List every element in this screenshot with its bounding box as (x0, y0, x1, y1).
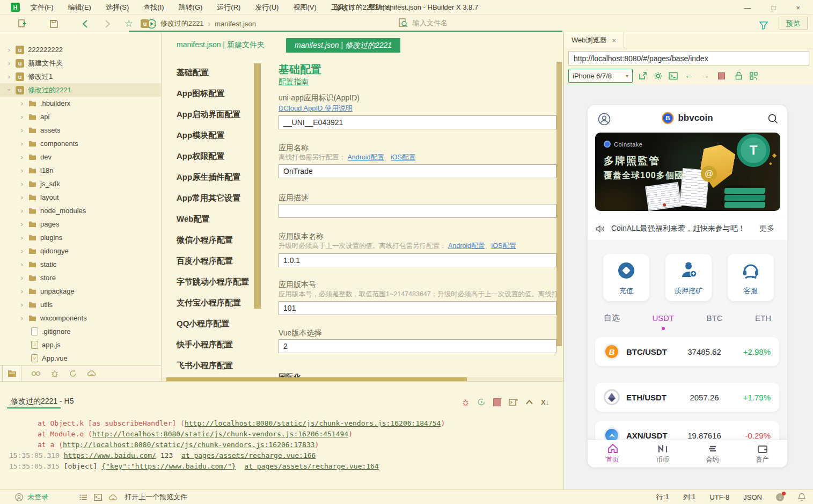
chevron-right-icon[interactable]: › (19, 180, 25, 188)
section-nav-modules[interactable]: App模块配置 (162, 125, 254, 145)
menu-support[interactable]: 客服 (728, 254, 774, 301)
new-file-button[interactable] (16, 17, 29, 30)
cursor-col[interactable]: 列:1 (683, 492, 696, 502)
browser-back-icon[interactable]: ← (683, 70, 695, 82)
tab-usdt[interactable]: USDT (652, 313, 674, 323)
section-nav-base[interactable]: 基础配置 (162, 62, 254, 83)
chevron-right-icon[interactable]: › (19, 207, 25, 215)
tab-eth[interactable]: ETH (755, 313, 771, 323)
chevron-right-icon[interactable]: › (19, 140, 25, 148)
chevron-right-icon[interactable]: › (19, 153, 25, 161)
menu-recharge[interactable]: 充值 (603, 254, 649, 301)
encoding[interactable]: UTF-8 (709, 493, 729, 501)
browser-stop-icon[interactable] (715, 70, 727, 82)
appid-input[interactable] (279, 115, 556, 129)
chevron-right-icon[interactable]: › (6, 72, 12, 81)
config-guide-link[interactable]: 配置指南 (279, 77, 309, 87)
section-nav-splash[interactable]: App启动界面配置 (162, 104, 254, 125)
section-nav-baidu[interactable]: 百度小程序配置 (162, 250, 254, 271)
section-nav-alipay[interactable]: 支付宝小程序配置 (162, 292, 254, 313)
tree-folder[interactable]: ›static (0, 258, 161, 271)
vertical-scrollbar[interactable] (556, 62, 562, 377)
tree-folder[interactable]: ›utils (0, 298, 161, 311)
close-icon[interactable]: × (612, 36, 616, 45)
save-button[interactable] (47, 17, 60, 30)
chevron-right-icon[interactable]: › (19, 274, 25, 282)
tree-project-selected[interactable]: › u 修改过的2221 (0, 83, 161, 97)
tree-project[interactable]: › u 新建文件夹 (0, 56, 161, 70)
tree-folder[interactable]: ›dev (0, 150, 161, 164)
files-tab[interactable] (2, 365, 21, 381)
app-name-input[interactable] (279, 164, 556, 178)
tree-project[interactable]: › u 修改过1 (0, 70, 161, 83)
editor-tab-inactive[interactable]: manifest.json | 新建文件夹 (177, 40, 265, 50)
log-link[interactable]: {"key":"https://www.baidu.com/"} (101, 462, 236, 470)
search-icon[interactable] (767, 113, 779, 125)
appid-doc-link[interactable]: DCloud AppID 使用说明 (279, 104, 353, 113)
section-nav-app-other[interactable]: App常用其它设置 (162, 187, 254, 208)
source-link[interactable]: at pages/assets/recharge.vue:166 (181, 451, 316, 459)
avatar-icon[interactable] (598, 113, 611, 126)
preview-button[interactable]: 预览 (779, 17, 808, 30)
horizontal-scrollbar[interactable] (162, 377, 563, 381)
tree-file[interactable]: Japp.js (0, 338, 161, 352)
chevron-right-icon[interactable]: › (19, 166, 25, 174)
tree-folder[interactable]: ›assets (0, 123, 161, 137)
app-desc-input[interactable] (279, 204, 556, 218)
chevron-right-icon[interactable]: › (19, 314, 25, 322)
clear-console-icon[interactable]: X↓ (541, 398, 549, 406)
tree-folder[interactable]: ›wxcomponents (0, 311, 161, 325)
market-row-eth[interactable]: ETH/USDT 2057.26 +1.79% (595, 383, 779, 412)
section-nav-permissions[interactable]: App权限配置 (162, 145, 254, 166)
tab-btc[interactable]: BTC (707, 313, 723, 323)
tree-file[interactable]: .gitignore (0, 325, 161, 338)
browser-forward-icon[interactable]: → (699, 70, 711, 82)
menu-select[interactable]: 选择(S) (106, 3, 129, 12)
chevron-right-icon[interactable]: › (19, 247, 25, 255)
android-config-link[interactable]: Android配置 (347, 154, 384, 161)
version-name-input[interactable] (279, 253, 556, 267)
promo-banner[interactable]: Coinstake 多牌照監管 覆蓋全球100多個國家 @ T (595, 133, 780, 211)
tree-folder[interactable]: ›store (0, 271, 161, 284)
nav-assets[interactable]: 资产 (737, 440, 787, 468)
menu-publish[interactable]: 发行(U) (255, 3, 279, 12)
version-code-input[interactable] (279, 301, 556, 315)
menu-run[interactable]: 运行(R) (217, 3, 240, 12)
market-row-btc[interactable]: B BTC/USDT 37485.62 +2.98% (595, 337, 779, 366)
menu-find[interactable]: 查找(I) (143, 3, 164, 12)
back-button[interactable] (78, 17, 91, 30)
tree-folder[interactable]: ›layout (0, 191, 161, 204)
menu-goto[interactable]: 跳转(G) (179, 3, 203, 12)
open-external-icon[interactable] (637, 70, 649, 82)
update-icon[interactable]: ↓ (776, 493, 784, 501)
minimize-button[interactable]: — (744, 4, 751, 12)
lock-icon[interactable] (733, 70, 744, 82)
tree-folder[interactable]: ›qidongye (0, 244, 161, 258)
tree-file[interactable]: VApp.vue (0, 352, 161, 365)
open-prev-preview[interactable]: 打开上一个预览文件 (124, 492, 187, 502)
chevron-right-icon[interactable]: › (19, 301, 25, 309)
ios-config-link[interactable]: iOS配置 (492, 242, 516, 250)
tree-folder[interactable]: ›unpackage (0, 284, 161, 298)
chevron-right-icon[interactable]: › (19, 193, 25, 201)
notice-bar[interactable]: CoinALL最强福利来袭，赶快来参与吧！ 更多 (588, 217, 787, 240)
outline-list-icon[interactable] (79, 494, 87, 501)
vue-version-select[interactable] (279, 339, 556, 353)
sync-tab-icon[interactable] (69, 369, 77, 377)
tab-favorites[interactable]: 自选 (604, 313, 620, 323)
tree-folder[interactable]: ›i18n (0, 164, 161, 177)
section-nav-feishu[interactable]: 飞书小程序配置 (162, 355, 254, 376)
stack-link[interactable]: http://localhost:8080/static/js/chunk-ve… (92, 430, 348, 438)
collapse-panel-icon[interactable] (525, 399, 533, 405)
ios-config-link[interactable]: iOS配置 (391, 154, 415, 161)
chevron-right-icon[interactable]: › (19, 287, 25, 295)
menu-file[interactable]: 文件(F) (31, 3, 54, 12)
android-config-link[interactable]: Android配置 (448, 242, 485, 250)
stack-link[interactable]: http://localhost:8080/static/js/chunk-ve… (63, 441, 315, 449)
gear-icon[interactable] (652, 70, 664, 82)
tree-folder[interactable]: ›pages (0, 217, 161, 231)
nav-spot[interactable]: 币币 (638, 440, 687, 468)
source-link[interactable]: at pages/assets/recharge.vue:164 (244, 462, 378, 470)
chevron-right-icon[interactable]: › (6, 59, 12, 67)
search-input[interactable] (413, 19, 563, 27)
